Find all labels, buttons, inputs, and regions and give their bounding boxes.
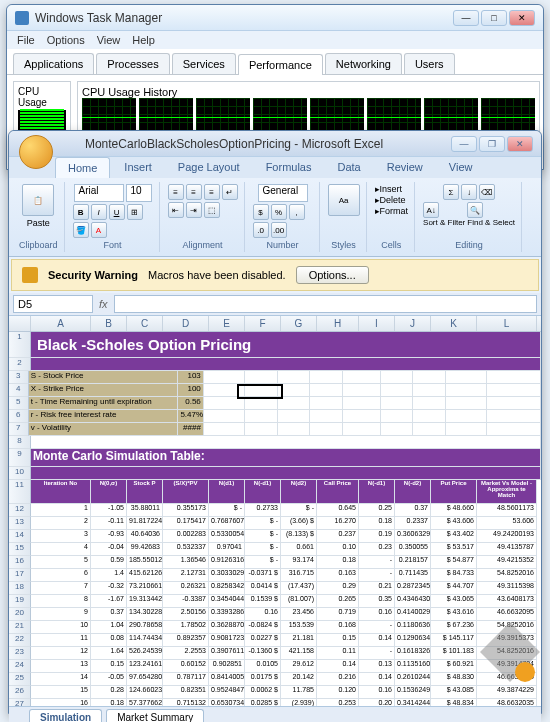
menu-help[interactable]: Help [132,34,155,46]
cell[interactable] [310,384,343,397]
cell[interactable]: 316.715 [281,569,317,582]
row-header[interactable]: 8 [9,436,31,449]
cell[interactable]: 0.1618326 [395,647,431,660]
row-header[interactable]: 21 [9,621,31,634]
cell[interactable]: 0.59 [91,556,127,569]
cell[interactable]: 185.55012 [127,556,163,569]
tab-networking[interactable]: Networking [325,53,402,74]
cell[interactable]: 0.002283 [163,530,209,543]
align-center-button[interactable]: ≡ [186,184,202,200]
cell[interactable]: 49.24200193 [477,530,537,543]
fill-color-button[interactable]: 🪣 [73,222,89,238]
cell[interactable]: 3 [31,530,91,543]
cell[interactable]: 134.30228 [127,608,163,621]
cell[interactable]: 0.56 [178,397,203,410]
cell[interactable]: 0.0062 $ [245,686,281,699]
cell[interactable] [31,436,541,449]
cell[interactable] [413,423,446,436]
col-header-J[interactable]: J [395,316,431,331]
cell[interactable] [310,410,343,423]
cell[interactable]: 12 [31,647,91,660]
cell[interactable]: 0.168 [317,621,359,634]
row-header[interactable]: 16 [9,556,31,569]
cell[interactable]: 0.16 [359,686,395,699]
cell[interactable]: $ - [281,504,317,517]
cell[interactable]: 0.4140029 [395,608,431,621]
cell[interactable]: 0.2733 [245,504,281,517]
close-button[interactable]: ✕ [509,10,535,26]
row-header[interactable]: 7 [9,423,29,436]
cell[interactable] [446,384,487,397]
cell[interactable]: 0.163 [317,569,359,582]
cell[interactable] [245,371,278,384]
cell[interactable]: 0.18 [317,556,359,569]
cell[interactable]: - [359,621,395,634]
cell[interactable]: 19.3134428 [127,595,163,608]
cell[interactable] [381,410,414,423]
ribbon-tab-insert[interactable]: Insert [112,157,164,178]
cell[interactable] [446,371,487,384]
cell[interactable]: 0.902851 [209,660,245,673]
menu-file[interactable]: File [17,34,35,46]
cell[interactable]: $ - [209,504,245,517]
decimal-inc-button[interactable]: .0 [253,222,269,238]
cell[interactable] [487,410,541,423]
cell[interactable]: 2 [31,517,91,530]
cell[interactable] [487,371,541,384]
ribbon-tab-home[interactable]: Home [55,157,110,178]
col-header-B[interactable]: B [91,316,127,331]
cell[interactable]: -0.05 [91,673,127,686]
cell[interactable]: 0.216 [317,673,359,686]
tab-performance[interactable]: Performance [238,54,323,75]
autosum-button[interactable]: Σ [443,184,459,200]
row-header[interactable]: 20 [9,608,31,621]
cell[interactable]: 0.37 [395,504,431,517]
row-header[interactable]: 27 [9,699,31,706]
cell[interactable] [381,397,414,410]
cell[interactable]: 0.265 [317,595,359,608]
cell[interactable]: 1.64 [91,647,127,660]
cell[interactable] [381,423,414,436]
align-left-button[interactable]: ≡ [168,184,184,200]
cell[interactable]: (3.66) $ [281,517,317,530]
cell[interactable]: 11.785 [281,686,317,699]
row-header[interactable]: 22 [9,634,31,647]
cell[interactable]: 0.20 [359,699,395,706]
cell[interactable]: 9 [31,608,91,621]
cell[interactable]: 0.34540447 [209,595,245,608]
cell[interactable] [310,423,343,436]
cell[interactable]: 103 [178,371,203,384]
indent-dec-button[interactable]: ⇤ [168,202,184,218]
cell[interactable]: 0.29 [317,582,359,595]
italic-button[interactable]: I [91,204,107,220]
cell[interactable]: 5.47% [178,410,203,423]
cell[interactable] [413,397,446,410]
cell[interactable]: 0.532337 [163,543,209,556]
cell[interactable]: -0.93 [91,530,127,543]
cell[interactable]: 0.28 [91,686,127,699]
cell[interactable]: 0.14 [359,634,395,647]
cell[interactable]: -0.32 [91,582,127,595]
col-header-C[interactable]: C [127,316,163,331]
cell[interactable]: 0.95248474 [209,686,245,699]
cell[interactable]: 0.39076111 [209,647,245,660]
cell[interactable]: 49.4135787 [477,543,537,556]
cell[interactable]: 73.210661 [127,582,163,595]
cell[interactable] [31,467,541,480]
col-header-K[interactable]: K [431,316,477,331]
font-name-select[interactable]: Arial [74,184,124,202]
cell[interactable]: (2.939) [281,699,317,706]
cell[interactable]: Stock P [127,480,163,504]
cell[interactable]: 0.82351 [163,686,209,699]
cell[interactable]: 0.253 [317,699,359,706]
cell[interactable]: 0.23 [359,543,395,556]
row-header[interactable]: 17 [9,569,31,582]
cell[interactable]: $ - [245,530,281,543]
cell[interactable]: 54.8252016 [477,569,537,582]
cell[interactable] [487,384,541,397]
cell[interactable] [381,371,414,384]
cell[interactable]: 0.82583426 [209,582,245,595]
cell[interactable]: 0.350055 [395,543,431,556]
cell[interactable]: 99.42683 [127,543,163,556]
cell[interactable] [381,384,414,397]
